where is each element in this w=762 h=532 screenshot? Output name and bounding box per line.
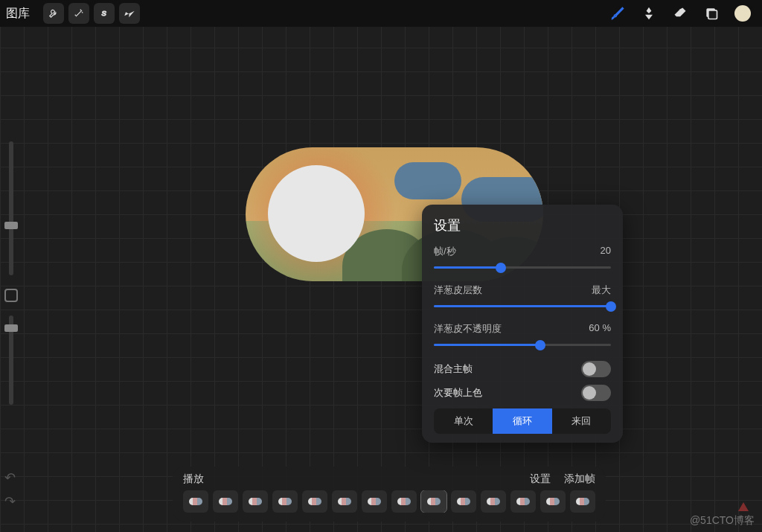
popover-title: 设置: [434, 217, 611, 234]
layers-icon[interactable]: [702, 4, 720, 22]
frame-thumb[interactable]: [540, 490, 566, 513]
animation-timeline: 播放 设置 添加帧: [173, 467, 606, 522]
onion-opacity-slider[interactable]: [434, 340, 611, 350]
frame-thumb[interactable]: [302, 490, 327, 513]
seg-loop[interactable]: 循环: [493, 408, 551, 434]
brush-opacity-slider[interactable]: [9, 315, 13, 405]
frame-thumb[interactable]: [510, 490, 536, 513]
add-frame-button[interactable]: 添加帧: [564, 472, 595, 486]
frame-thumb[interactable]: [243, 490, 268, 513]
move-icon[interactable]: [119, 3, 140, 24]
side-panel: [0, 141, 22, 405]
color-swatch[interactable]: [734, 4, 752, 22]
seg-pingpong[interactable]: 来回: [552, 408, 611, 434]
seg-once[interactable]: 单次: [434, 408, 493, 434]
smudge-icon[interactable]: [640, 4, 658, 22]
color-secondary-toggle[interactable]: [581, 385, 611, 401]
top-toolbar: 图库 S: [0, 0, 762, 27]
redo-icon[interactable]: ↷: [4, 493, 16, 510]
color-secondary-label: 次要帧上色: [434, 386, 482, 400]
color-picker-toggle[interactable]: [4, 289, 18, 302]
fps-slider[interactable]: [434, 263, 611, 273]
frame-thumb[interactable]: [362, 490, 387, 513]
frame-thumb[interactable]: [451, 490, 476, 513]
frame-thumb[interactable]: [332, 490, 357, 513]
undo-icon[interactable]: ↶: [4, 469, 16, 486]
frame-thumb[interactable]: [481, 490, 506, 513]
animation-settings-popover: 设置 帧/秒 20 洋葱皮层数 最大 洋葱皮不透明度 60 % 混合主帧 次要: [422, 205, 623, 443]
play-button[interactable]: 播放: [183, 472, 204, 486]
brush-icon[interactable]: [609, 4, 627, 22]
onion-layers-slider[interactable]: [434, 301, 611, 312]
wand-icon[interactable]: [68, 3, 89, 24]
onion-layers-value: 最大: [592, 283, 611, 297]
svg-rect-2: [708, 10, 717, 19]
frame-thumb[interactable]: [183, 490, 208, 513]
eraser-icon[interactable]: [671, 4, 689, 22]
onion-opacity-label: 洋葱皮不透明度: [434, 322, 502, 336]
frame-thumb[interactable]: [570, 490, 595, 513]
onion-layers-label: 洋葱皮层数: [434, 283, 482, 297]
frame-thumb[interactable]: [272, 490, 298, 513]
frames-strip[interactable]: [183, 490, 595, 513]
undo-redo: ↶ ↷: [4, 469, 16, 510]
frame-thumb[interactable]: [213, 490, 238, 513]
frame-thumb[interactable]: [391, 490, 417, 513]
onion-opacity-value: 60 %: [589, 322, 611, 336]
wrench-icon[interactable]: [43, 3, 64, 24]
playback-mode-segment: 单次 循环 来回: [434, 408, 611, 434]
watermark: @51CTO博客: [690, 514, 755, 528]
fps-value: 20: [601, 245, 611, 258]
svg-text:S: S: [102, 10, 107, 17]
watermark-triangle: [738, 502, 749, 511]
blend-primary-label: 混合主帧: [434, 362, 473, 376]
gallery-button[interactable]: 图库: [6, 6, 30, 22]
selection-icon[interactable]: S: [94, 3, 115, 24]
frame-thumb[interactable]: [421, 490, 446, 513]
brush-size-slider[interactable]: [9, 141, 13, 275]
fps-label: 帧/秒: [434, 245, 456, 258]
blend-primary-toggle[interactable]: [581, 361, 611, 377]
timeline-settings-button[interactable]: 设置: [530, 472, 551, 486]
